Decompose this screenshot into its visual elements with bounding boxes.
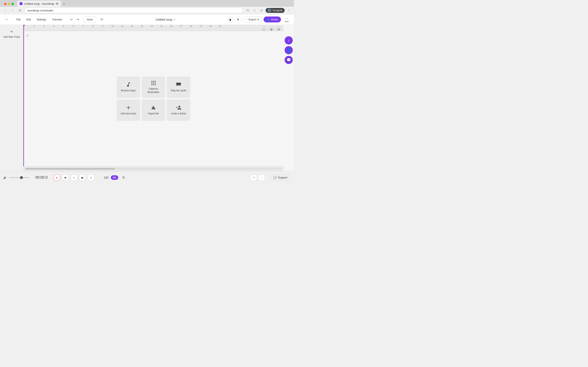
theme-toggle-button[interactable]: ◑ <box>227 16 233 23</box>
soundtrap-app: ↔ File Edit Settings Tutorials ↩ ↪ Save … <box>0 14 294 184</box>
support-button[interactable]: 💬 Support <box>270 174 291 181</box>
menu-file[interactable]: File <box>14 17 23 22</box>
redo-button[interactable]: ↪ <box>75 17 81 22</box>
volume-icon: 🔊 <box>3 176 7 179</box>
tab-bar: Untitled song - Soundtrap ✕ + <box>0 0 294 7</box>
invite-friend-card[interactable]: Invite a friend <box>167 100 190 121</box>
song-title-text: Untitled song <box>156 18 172 21</box>
refresh-button[interactable]: ↺ <box>99 17 104 22</box>
ruler-marker-15: 15 <box>160 25 163 27</box>
collaborators-button[interactable]: 👤 <box>285 46 293 54</box>
forward-button[interactable]: → <box>10 8 16 13</box>
ruler-marker-20: 20 <box>209 25 212 27</box>
share-icon: 👥 <box>267 18 270 21</box>
bookmark-icon[interactable]: ☆ <box>252 8 258 13</box>
zoom-out-button[interactable]: - <box>258 174 265 181</box>
fast-forward-button[interactable]: » <box>87 174 95 181</box>
toolbar-icons: ⊓ ☆ ⊙ 👤 Incognito ⋮ <box>245 8 292 13</box>
ruler-marker-9: 9 <box>102 25 103 27</box>
back-button[interactable]: ← <box>2 8 8 13</box>
menu-tutorials[interactable]: Tutorials <box>49 17 64 22</box>
minimize-window-button[interactable] <box>8 3 10 5</box>
add-new-track-card[interactable]: Add new track <box>117 100 140 121</box>
transport-buttons: ● ■ « ▶ » <box>53 174 95 181</box>
tab-favicon <box>20 2 22 5</box>
incognito-icon: 👤 <box>268 8 271 12</box>
cast-icon[interactable]: ⊓ <box>245 8 251 13</box>
piano-icon <box>176 82 182 87</box>
svg-rect-18 <box>151 109 156 109</box>
exit-button[interactable]: → Exit <box>283 17 291 23</box>
volume-slider[interactable] <box>9 177 30 178</box>
timeline-settings-button[interactable]: ⚙ <box>268 26 274 31</box>
tab-close-button[interactable]: ✕ <box>56 2 59 5</box>
play-synth-card[interactable]: Play the synth <box>167 76 190 98</box>
stop-button[interactable]: ■ <box>62 174 69 181</box>
rewind-button[interactable]: « <box>70 174 77 181</box>
add-track-plus-icon: + <box>10 29 13 34</box>
share-button[interactable]: 👥 Share <box>264 17 281 22</box>
timeline-reset-button[interactable]: ↺ <box>276 26 282 31</box>
browse-loops-card[interactable]: Browse loops <box>117 76 140 98</box>
play-synth-label: Play the synth <box>171 89 186 92</box>
zoom-in-button[interactable]: + <box>250 174 257 181</box>
chat-button[interactable]: 💬 <box>285 56 293 64</box>
timeline-home-button[interactable]: ⌂ <box>261 26 267 31</box>
save-button[interactable]: Save <box>83 17 96 22</box>
timeline-area: 2 3 4 5 6 7 8 9 10 11 12 13 14 15 16 17 <box>24 25 283 171</box>
ruler-marker-21: 21 <box>219 25 222 27</box>
metronome-toggle[interactable]: On <box>111 175 118 180</box>
browser-tab-active[interactable]: Untitled song - Soundtrap ✕ <box>17 1 61 7</box>
plus-icon <box>126 105 131 110</box>
edit-title-icon[interactable]: ✏ <box>173 18 176 21</box>
import-file-card[interactable]: Import file <box>142 100 165 121</box>
transport-settings-button[interactable]: ⚙ <box>121 175 126 180</box>
person-icon: 👤 <box>286 48 291 52</box>
add-new-track-button[interactable]: + Add New Track <box>3 29 20 38</box>
address-bar[interactable]: soundtrap.com/studio/ <box>25 8 243 13</box>
horizontal-scrollbar[interactable] <box>25 168 282 170</box>
time-display: 00:00.0 <box>35 175 48 180</box>
menu-settings[interactable]: Settings <box>34 17 49 22</box>
maximize-window-button[interactable] <box>11 3 14 5</box>
scrollbar-area <box>24 166 283 171</box>
music-library-button[interactable]: ♪ <box>285 36 293 44</box>
volume-handle <box>20 176 23 179</box>
url-text: soundtrap.com/studio/ <box>27 9 53 12</box>
ruler-marker-13: 13 <box>141 25 143 27</box>
ruler-marker-3: 3 <box>43 25 44 27</box>
fast-forward-icon: » <box>90 176 92 179</box>
incognito-badge[interactable]: 👤 Incognito <box>266 8 285 13</box>
profile-icon[interactable]: ⊙ <box>259 8 264 13</box>
svg-rect-17 <box>179 83 179 84</box>
timeline-ruler: 2 3 4 5 6 7 8 9 10 11 12 13 14 15 16 17 <box>24 25 283 31</box>
patterns-beatmaker-label: Patterns Beatmaker <box>144 87 163 94</box>
timeline-content[interactable]: ↺ Browse loops <box>24 31 283 166</box>
export-button[interactable]: ↑ Export ▾ <box>243 16 262 23</box>
app-back-button[interactable]: ↔ <box>3 16 10 23</box>
play-icon: ▶ <box>81 176 84 179</box>
main-area: + Add New Track 2 3 4 5 6 7 8 9 <box>0 25 294 171</box>
close-window-button[interactable] <box>4 3 7 5</box>
scrollbar-thumb <box>25 168 115 170</box>
modal-grid: Browse loops <box>117 76 190 121</box>
exit-label: Exit <box>285 20 288 23</box>
record-button[interactable]: ● <box>53 174 60 181</box>
play-button[interactable]: ▶ <box>79 174 86 181</box>
add-new-track-label: Add new track <box>121 112 136 115</box>
exit-arrow-icon: → <box>285 17 288 20</box>
menu-edit[interactable]: Edit <box>24 17 33 22</box>
patterns-beatmaker-card[interactable]: Patterns Beatmaker <box>142 76 165 98</box>
zoom-controls: + - <box>250 174 265 181</box>
transport-bar: 🔊 00:00.0 ● ■ « ▶ » - 120 On ⚙ <box>0 171 294 184</box>
ruler-marker-4: 4 <box>53 25 54 27</box>
ruler-marker-10: 10 <box>111 25 114 27</box>
refresh-button[interactable]: ↻ <box>17 8 23 13</box>
undo-button[interactable]: ↩ <box>69 17 74 22</box>
sidebar: + Add New Track <box>0 25 24 171</box>
ruler-marker-7: 7 <box>82 25 84 27</box>
theme-toggle-button-2[interactable]: ☀ <box>235 16 241 23</box>
new-tab-button[interactable]: + <box>61 1 67 7</box>
browser-menu-icon[interactable]: ⋮ <box>286 8 292 13</box>
add-track-label: Add New Track <box>3 35 20 38</box>
